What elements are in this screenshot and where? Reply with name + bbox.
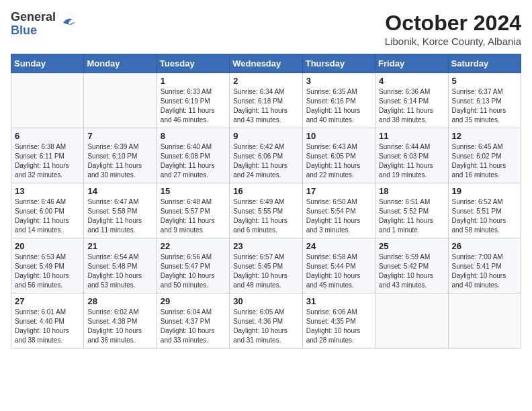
calendar-cell: 11Sunrise: 6:44 AMSunset: 6:03 PMDayligh…	[375, 128, 448, 183]
calendar-cell: 12Sunrise: 6:45 AMSunset: 6:02 PMDayligh…	[448, 128, 521, 183]
calendar-week-3: 13Sunrise: 6:46 AMSunset: 6:00 PMDayligh…	[11, 183, 521, 238]
logo-blue: Blue	[11, 24, 56, 38]
weekday-header-friday: Friday	[375, 54, 448, 73]
cell-details: Sunrise: 6:37 AMSunset: 6:13 PMDaylight:…	[452, 87, 517, 125]
cell-details: Sunrise: 6:42 AMSunset: 6:06 PMDaylight:…	[233, 142, 298, 180]
calendar-cell: 13Sunrise: 6:46 AMSunset: 6:00 PMDayligh…	[11, 183, 84, 238]
calendar-week-5: 27Sunrise: 6:01 AMSunset: 4:40 PMDayligh…	[11, 293, 521, 349]
weekday-header-thursday: Thursday	[302, 54, 375, 73]
calendar-cell: 19Sunrise: 6:52 AMSunset: 5:51 PMDayligh…	[448, 183, 521, 238]
calendar-cell: 25Sunrise: 6:59 AMSunset: 5:42 PMDayligh…	[375, 238, 448, 293]
calendar-cell: 26Sunrise: 7:00 AMSunset: 5:41 PMDayligh…	[448, 238, 521, 293]
cell-details: Sunrise: 6:52 AMSunset: 5:51 PMDaylight:…	[452, 197, 517, 235]
day-number: 28	[87, 296, 152, 306]
cell-details: Sunrise: 6:38 AMSunset: 6:11 PMDaylight:…	[15, 142, 80, 180]
calendar-cell: 2Sunrise: 6:34 AMSunset: 6:18 PMDaylight…	[230, 73, 302, 128]
cell-details: Sunrise: 6:34 AMSunset: 6:18 PMDaylight:…	[233, 87, 298, 125]
calendar-cell: 5Sunrise: 6:37 AMSunset: 6:13 PMDaylight…	[448, 73, 521, 128]
day-number: 22	[161, 241, 226, 251]
cell-details: Sunrise: 6:43 AMSunset: 6:05 PMDaylight:…	[306, 142, 371, 180]
day-number: 13	[15, 186, 80, 196]
calendar-cell: 30Sunrise: 6:05 AMSunset: 4:36 PMDayligh…	[230, 293, 302, 349]
cell-details: Sunrise: 6:49 AMSunset: 5:55 PMDaylight:…	[233, 197, 298, 235]
cell-details: Sunrise: 6:33 AMSunset: 6:19 PMDaylight:…	[161, 87, 226, 125]
logo-general: General	[11, 11, 56, 24]
calendar-body: 1Sunrise: 6:33 AMSunset: 6:19 PMDaylight…	[11, 73, 521, 349]
calendar-cell: 17Sunrise: 6:50 AMSunset: 5:54 PMDayligh…	[302, 183, 375, 238]
calendar-cell: 23Sunrise: 6:57 AMSunset: 5:45 PMDayligh…	[230, 238, 302, 293]
day-number: 4	[379, 76, 444, 86]
day-number: 11	[379, 131, 444, 141]
cell-details: Sunrise: 6:50 AMSunset: 5:54 PMDaylight:…	[306, 197, 371, 235]
cell-details: Sunrise: 6:39 AMSunset: 6:10 PMDaylight:…	[87, 142, 152, 180]
calendar-cell	[448, 293, 521, 349]
cell-details: Sunrise: 6:46 AMSunset: 6:00 PMDaylight:…	[15, 197, 80, 235]
cell-details: Sunrise: 6:47 AMSunset: 5:58 PMDaylight:…	[87, 197, 152, 235]
calendar-cell	[375, 293, 448, 349]
calendar-cell: 9Sunrise: 6:42 AMSunset: 6:06 PMDaylight…	[230, 128, 302, 183]
calendar-cell	[11, 73, 84, 128]
weekday-header-monday: Monday	[84, 54, 157, 73]
cell-details: Sunrise: 6:35 AMSunset: 6:16 PMDaylight:…	[306, 87, 371, 125]
calendar-cell: 10Sunrise: 6:43 AMSunset: 6:05 PMDayligh…	[302, 128, 375, 183]
day-number: 31	[306, 296, 371, 306]
day-number: 23	[233, 241, 298, 251]
calendar-cell: 27Sunrise: 6:01 AMSunset: 4:40 PMDayligh…	[11, 293, 84, 349]
cell-details: Sunrise: 6:53 AMSunset: 5:49 PMDaylight:…	[15, 253, 80, 290]
calendar-cell: 6Sunrise: 6:38 AMSunset: 6:11 PMDaylight…	[11, 128, 84, 183]
cell-details: Sunrise: 6:44 AMSunset: 6:03 PMDaylight:…	[379, 142, 444, 180]
day-number: 20	[15, 241, 80, 251]
calendar-cell: 16Sunrise: 6:49 AMSunset: 5:55 PMDayligh…	[230, 183, 302, 238]
logo-bird-icon	[58, 13, 77, 32]
calendar-cell: 20Sunrise: 6:53 AMSunset: 5:49 PMDayligh…	[11, 238, 84, 293]
cell-details: Sunrise: 6:05 AMSunset: 4:36 PMDaylight:…	[233, 308, 298, 345]
calendar-cell: 18Sunrise: 6:51 AMSunset: 5:52 PMDayligh…	[375, 183, 448, 238]
day-number: 27	[15, 296, 80, 306]
calendar-cell: 28Sunrise: 6:02 AMSunset: 4:38 PMDayligh…	[84, 293, 157, 349]
weekday-header-saturday: Saturday	[448, 54, 521, 73]
calendar-cell: 21Sunrise: 6:54 AMSunset: 5:48 PMDayligh…	[84, 238, 157, 293]
day-number: 24	[306, 241, 371, 251]
day-number: 5	[452, 76, 517, 86]
day-number: 15	[161, 186, 226, 196]
cell-details: Sunrise: 6:51 AMSunset: 5:52 PMDaylight:…	[379, 197, 444, 235]
cell-details: Sunrise: 6:04 AMSunset: 4:37 PMDaylight:…	[161, 308, 226, 345]
calendar-cell: 4Sunrise: 6:36 AMSunset: 6:14 PMDaylight…	[375, 73, 448, 128]
page: General Blue October 2024 Libonik, Korce…	[0, 0, 532, 359]
calendar-table: SundayMondayTuesdayWednesdayThursdayFrid…	[11, 54, 521, 349]
calendar-cell: 15Sunrise: 6:48 AMSunset: 5:57 PMDayligh…	[157, 183, 229, 238]
day-number: 12	[452, 131, 517, 141]
calendar-cell: 1Sunrise: 6:33 AMSunset: 6:19 PMDaylight…	[157, 73, 229, 128]
day-number: 6	[15, 131, 80, 141]
cell-details: Sunrise: 6:58 AMSunset: 5:44 PMDaylight:…	[306, 253, 371, 290]
day-number: 29	[161, 296, 226, 306]
calendar-week-4: 20Sunrise: 6:53 AMSunset: 5:49 PMDayligh…	[11, 238, 521, 293]
cell-details: Sunrise: 6:59 AMSunset: 5:42 PMDaylight:…	[379, 253, 444, 290]
day-number: 21	[87, 241, 152, 251]
calendar-cell: 22Sunrise: 6:56 AMSunset: 5:47 PMDayligh…	[157, 238, 229, 293]
calendar-cell: 3Sunrise: 6:35 AMSunset: 6:16 PMDaylight…	[302, 73, 375, 128]
cell-details: Sunrise: 6:56 AMSunset: 5:47 PMDaylight:…	[161, 253, 226, 290]
cell-details: Sunrise: 6:01 AMSunset: 4:40 PMDaylight:…	[15, 308, 80, 345]
header: General Blue October 2024 Libonik, Korce…	[11, 11, 521, 47]
day-number: 7	[87, 131, 152, 141]
title-block: October 2024 Libonik, Korce County, Alba…	[385, 11, 521, 47]
day-number: 18	[379, 186, 444, 196]
logo-text: General Blue	[11, 11, 56, 38]
day-number: 10	[306, 131, 371, 141]
cell-details: Sunrise: 6:54 AMSunset: 5:48 PMDaylight:…	[87, 253, 152, 290]
page-subtitle: Libonik, Korce County, Albania	[385, 36, 521, 47]
calendar-cell: 24Sunrise: 6:58 AMSunset: 5:44 PMDayligh…	[302, 238, 375, 293]
calendar-cell: 8Sunrise: 6:40 AMSunset: 6:08 PMDaylight…	[157, 128, 229, 183]
page-title: October 2024	[385, 11, 521, 36]
cell-details: Sunrise: 6:40 AMSunset: 6:08 PMDaylight:…	[161, 142, 226, 180]
cell-details: Sunrise: 6:02 AMSunset: 4:38 PMDaylight:…	[87, 308, 152, 345]
day-number: 17	[306, 186, 371, 196]
weekday-header-tuesday: Tuesday	[157, 54, 229, 73]
calendar-week-1: 1Sunrise: 6:33 AMSunset: 6:19 PMDaylight…	[11, 73, 521, 128]
cell-details: Sunrise: 6:06 AMSunset: 4:35 PMDaylight:…	[306, 308, 371, 345]
calendar-header: SundayMondayTuesdayWednesdayThursdayFrid…	[11, 54, 521, 73]
day-number: 19	[452, 186, 517, 196]
day-number: 14	[87, 186, 152, 196]
day-number: 2	[233, 76, 298, 86]
